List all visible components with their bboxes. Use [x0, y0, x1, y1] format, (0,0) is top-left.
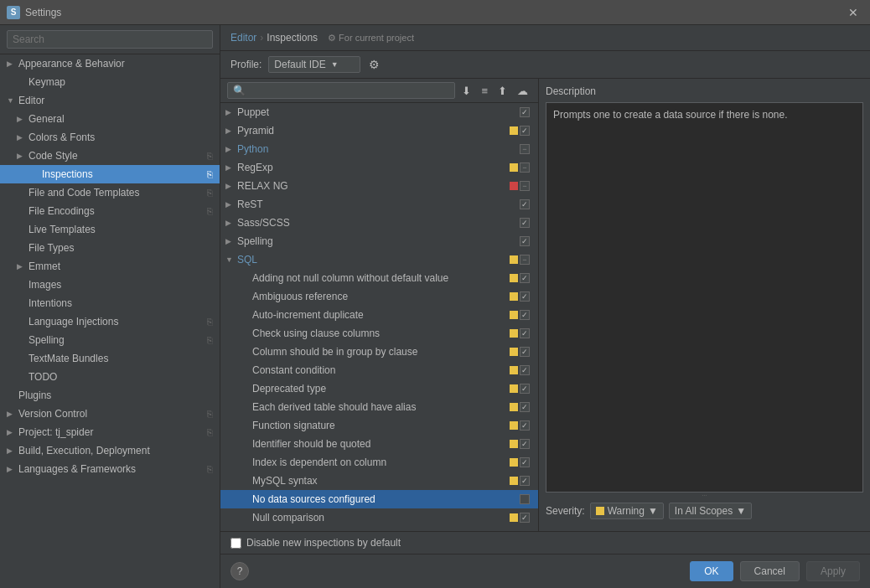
sidebar-item-languages[interactable]: ▶Languages & Frameworks⎘: [0, 460, 220, 478]
checked-checkbox[interactable]: ✓: [520, 457, 530, 467]
partial-checkbox[interactable]: −: [520, 255, 530, 265]
scope-select[interactable]: In All Scopes ▼: [669, 503, 752, 519]
breadcrumb-project: ⚙ For current project: [328, 33, 414, 44]
tree-item-label: Pyramid: [237, 125, 510, 137]
checked-checkbox[interactable]: ✓: [520, 402, 530, 412]
sidebar-item-version-control[interactable]: ▶Version Control⎘: [0, 405, 220, 423]
cancel-button[interactable]: Cancel: [740, 561, 800, 581]
help-button[interactable]: ?: [230, 562, 249, 580]
checked-checkbox[interactable]: ✓: [520, 476, 530, 486]
sidebar-item-textmate-bundles[interactable]: TextMate Bundles: [0, 349, 220, 368]
checked-checkbox[interactable]: ✓: [520, 218, 530, 228]
severity-color-box: [596, 507, 604, 515]
check-cell: ✓: [520, 236, 530, 246]
sidebar-item-file-and-code-templates[interactable]: File and Code Templates⎘: [0, 183, 220, 202]
tree-row[interactable]: No data sources configured: [220, 490, 538, 508]
tree-row[interactable]: ▶Sass/SCSS✓: [220, 214, 538, 232]
checked-checkbox[interactable]: ✓: [520, 107, 530, 117]
disable-inspections-label[interactable]: Disable new inspections by default: [230, 537, 401, 549]
tree-row[interactable]: Null comparison✓: [220, 508, 538, 527]
sidebar-item-code-style[interactable]: ▶Code Style⎘: [0, 147, 220, 165]
partial-checkbox[interactable]: −: [520, 144, 530, 154]
close-button[interactable]: ✕: [843, 4, 863, 21]
tree-row[interactable]: Function signature✓: [220, 416, 538, 435]
tree-row[interactable]: Adding not null column without default v…: [220, 269, 538, 287]
checked-checkbox[interactable]: ✓: [520, 328, 530, 338]
sidebar-item-plugins[interactable]: Plugins: [0, 386, 220, 405]
sidebar-item-intentions[interactable]: Intentions: [0, 294, 220, 312]
expand-button[interactable]: ≡: [478, 83, 491, 99]
checked-checkbox[interactable]: ✓: [520, 126, 530, 136]
tree-row[interactable]: Column should be in group by clause✓: [220, 343, 538, 361]
unchecked-checkbox[interactable]: [520, 494, 530, 504]
sidebar-item-file-encodings[interactable]: File Encodings⎘: [0, 202, 220, 220]
sidebar-item-spelling[interactable]: Spelling⎘: [0, 331, 220, 349]
tree-row[interactable]: Each derived table should have alias✓: [220, 398, 538, 416]
tree-row[interactable]: Deprecated type✓: [220, 379, 538, 398]
tree-arrow-icon: ▶: [225, 145, 237, 153]
checked-checkbox[interactable]: ✓: [520, 439, 530, 449]
check-cell: ✓: [520, 199, 530, 209]
warning-color-box: [510, 311, 518, 319]
tree-row[interactable]: ▶Pyramid✓: [220, 121, 538, 140]
partial-checkbox[interactable]: −: [520, 162, 530, 173]
checked-checkbox[interactable]: ✓: [520, 347, 530, 357]
checked-checkbox[interactable]: ✓: [520, 310, 530, 320]
sidebar-item-live-templates[interactable]: Live Templates: [0, 220, 220, 239]
severity-label: Severity:: [546, 505, 585, 517]
warning-color-box: [510, 477, 518, 485]
tree-row[interactable]: Index is dependent on column✓: [220, 453, 538, 472]
checked-checkbox[interactable]: ✓: [520, 384, 530, 394]
sidebar-item-build-exec[interactable]: ▶Build, Execution, Deployment: [0, 441, 220, 460]
arrow-icon: ▶: [7, 59, 18, 68]
tree-row[interactable]: Ambiguous reference✓: [220, 287, 538, 306]
sidebar-item-label: Images: [28, 279, 213, 291]
checked-checkbox[interactable]: ✓: [520, 273, 530, 283]
tree-row[interactable]: Constant condition✓: [220, 361, 538, 379]
sidebar-item-file-types[interactable]: File Types: [0, 239, 220, 257]
checked-checkbox[interactable]: ✓: [520, 199, 530, 209]
checked-checkbox[interactable]: ✓: [520, 291, 530, 302]
partial-checkbox[interactable]: −: [520, 181, 530, 191]
breadcrumb-parent[interactable]: Editor: [230, 32, 256, 44]
tree-row[interactable]: ▶Puppet✓: [220, 103, 538, 121]
checked-checkbox[interactable]: ✓: [520, 236, 530, 246]
tree-row[interactable]: MySQL syntax✓: [220, 472, 538, 490]
sidebar-search-input[interactable]: [7, 30, 213, 49]
tree-row[interactable]: ▶RELAX NG−: [220, 177, 538, 195]
sidebar-item-images[interactable]: Images: [0, 276, 220, 294]
profile-select[interactable]: Default IDE ▼: [268, 56, 360, 73]
bottom-row: Disable new inspections by default: [220, 531, 870, 554]
apply-button[interactable]: Apply: [806, 561, 860, 581]
severity-select[interactable]: Warning ▼: [590, 503, 664, 519]
tree-row[interactable]: ▼SQL−: [220, 250, 538, 269]
gear-button[interactable]: ⚙: [365, 56, 383, 73]
checked-checkbox[interactable]: ✓: [520, 513, 530, 523]
collapse-button[interactable]: ⬆: [495, 83, 510, 99]
sidebar-item-colors-fonts[interactable]: ▶Colors & Fonts: [0, 128, 220, 147]
checked-checkbox[interactable]: ✓: [520, 420, 530, 431]
sidebar-item-emmet[interactable]: ▶Emmet: [0, 257, 220, 276]
tree-row[interactable]: ▶Spelling✓: [220, 232, 538, 250]
sidebar-item-project[interactable]: ▶Project: tj_spider⎘: [0, 423, 220, 441]
tree-row[interactable]: ▶ReST✓: [220, 195, 538, 214]
tree-row[interactable]: Identifier should be quoted✓: [220, 435, 538, 453]
sidebar-item-inspections[interactable]: Inspections⎘: [0, 165, 220, 183]
sidebar-item-editor[interactable]: ▼Editor: [0, 91, 220, 110]
sync-button[interactable]: ☁: [514, 83, 531, 99]
sidebar-item-todo[interactable]: TODO: [0, 368, 220, 386]
tree-row[interactable]: Check using clause columns✓: [220, 324, 538, 343]
tree-row[interactable]: Auto-increment duplicate✓: [220, 306, 538, 324]
ok-button[interactable]: OK: [690, 561, 733, 581]
inspections-tree: ▶Puppet✓▶Pyramid✓▶Python−▶RegExp−▶RELAX …: [220, 103, 538, 531]
inspections-filter-input[interactable]: [227, 82, 455, 99]
tree-row[interactable]: ▶Python−: [220, 140, 538, 158]
tree-row[interactable]: ▶RegExp−: [220, 158, 538, 177]
sidebar-item-keymap[interactable]: Keymap: [0, 73, 220, 91]
sidebar-item-general[interactable]: ▶General: [0, 110, 220, 128]
sidebar-item-appearance[interactable]: ▶Appearance & Behavior: [0, 54, 220, 73]
sidebar-item-language-injections[interactable]: Language Injections⎘: [0, 312, 220, 331]
filter-button[interactable]: ⬇: [458, 83, 474, 99]
disable-inspections-checkbox[interactable]: [230, 538, 241, 549]
checked-checkbox[interactable]: ✓: [520, 365, 530, 375]
